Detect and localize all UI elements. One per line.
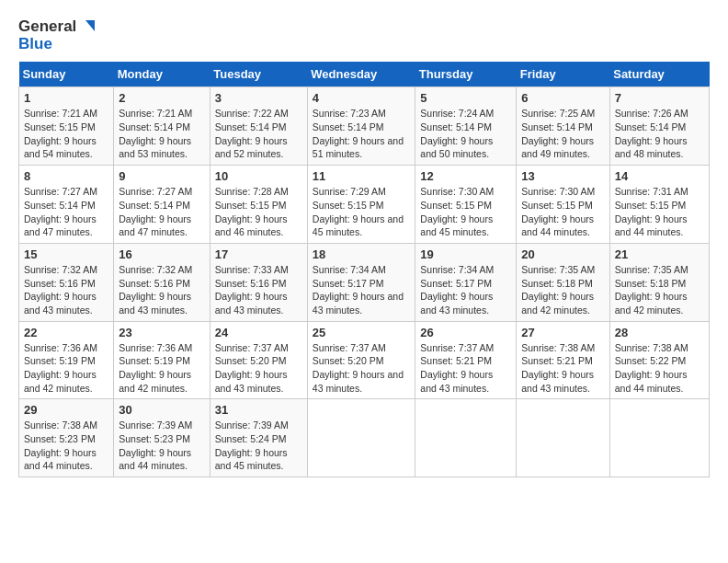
header-saturday: Saturday bbox=[609, 62, 709, 87]
day-number: 20 bbox=[521, 247, 605, 261]
day-number: 9 bbox=[119, 169, 205, 183]
day-info: Sunrise: 7:27 AMSunset: 5:14 PMDaylight:… bbox=[119, 186, 192, 237]
day-info: Sunrise: 7:26 AMSunset: 5:14 PMDaylight:… bbox=[615, 108, 688, 159]
day-cell-1: 1 Sunrise: 7:21 AMSunset: 5:15 PMDayligh… bbox=[19, 87, 114, 166]
day-info: Sunrise: 7:38 AMSunset: 5:22 PMDaylight:… bbox=[615, 342, 688, 394]
logo-general: General bbox=[18, 18, 76, 36]
day-cell-7: 7 Sunrise: 7:26 AMSunset: 5:14 PMDayligh… bbox=[609, 87, 709, 166]
day-info: Sunrise: 7:39 AMSunset: 5:23 PMDaylight:… bbox=[119, 419, 192, 471]
day-info: Sunrise: 7:32 AMSunset: 5:16 PMDaylight:… bbox=[119, 264, 192, 316]
day-cell-27: 27 Sunrise: 7:38 AMSunset: 5:21 PMDaylig… bbox=[517, 321, 610, 399]
day-cell-14: 14 Sunrise: 7:31 AMSunset: 5:15 PMDaylig… bbox=[609, 166, 709, 244]
day-number: 19 bbox=[420, 247, 511, 261]
day-cell-31: 31 Sunrise: 7:39 AMSunset: 5:24 PMDaylig… bbox=[210, 399, 307, 477]
day-cell-21: 21 Sunrise: 7:35 AMSunset: 5:18 PMDaylig… bbox=[609, 243, 709, 321]
day-cell-15: 15 Sunrise: 7:32 AMSunset: 5:16 PMDaylig… bbox=[19, 243, 114, 321]
day-number: 18 bbox=[313, 247, 411, 261]
empty-cell bbox=[609, 399, 709, 477]
day-info: Sunrise: 7:21 AMSunset: 5:15 PMDaylight:… bbox=[24, 108, 97, 159]
day-number: 16 bbox=[119, 247, 205, 261]
day-number: 22 bbox=[24, 326, 108, 339]
day-number: 5 bbox=[420, 91, 511, 105]
day-info: Sunrise: 7:35 AMSunset: 5:18 PMDaylight:… bbox=[521, 264, 595, 316]
day-info: Sunrise: 7:25 AMSunset: 5:14 PMDaylight:… bbox=[521, 108, 595, 159]
day-number: 15 bbox=[24, 247, 108, 261]
day-number: 7 bbox=[615, 91, 704, 105]
calendar-table: SundayMondayTuesdayWednesdayThursdayFrid… bbox=[18, 62, 710, 477]
week-row-4: 22 Sunrise: 7:36 AMSunset: 5:19 PMDaylig… bbox=[19, 321, 710, 399]
day-info: Sunrise: 7:37 AMSunset: 5:20 PMDaylight:… bbox=[313, 342, 404, 394]
day-number: 3 bbox=[215, 91, 302, 105]
day-info: Sunrise: 7:30 AMSunset: 5:15 PMDaylight:… bbox=[420, 186, 494, 237]
day-cell-8: 8 Sunrise: 7:27 AMSunset: 5:14 PMDayligh… bbox=[19, 166, 114, 244]
day-number: 12 bbox=[420, 169, 511, 183]
logo-blue: Blue bbox=[18, 36, 52, 53]
day-number: 10 bbox=[215, 169, 302, 183]
day-number: 1 bbox=[24, 91, 108, 105]
logo: General Blue bbox=[18, 18, 95, 52]
day-number: 4 bbox=[313, 91, 411, 105]
day-number: 23 bbox=[119, 326, 205, 339]
header-tuesday: Tuesday bbox=[210, 62, 307, 87]
day-cell-11: 11 Sunrise: 7:29 AMSunset: 5:15 PMDaylig… bbox=[307, 166, 415, 244]
day-info: Sunrise: 7:38 AMSunset: 5:21 PMDaylight:… bbox=[521, 342, 595, 394]
header-sunday: Sunday bbox=[19, 62, 114, 87]
header-friday: Friday bbox=[517, 62, 610, 87]
day-info: Sunrise: 7:36 AMSunset: 5:19 PMDaylight:… bbox=[24, 342, 97, 394]
day-cell-28: 28 Sunrise: 7:38 AMSunset: 5:22 PMDaylig… bbox=[609, 321, 709, 399]
day-cell-5: 5 Sunrise: 7:24 AMSunset: 5:14 PMDayligh… bbox=[415, 87, 517, 166]
day-number: 6 bbox=[521, 91, 605, 105]
day-info: Sunrise: 7:33 AMSunset: 5:16 PMDaylight:… bbox=[215, 264, 289, 316]
day-info: Sunrise: 7:38 AMSunset: 5:23 PMDaylight:… bbox=[24, 419, 97, 471]
day-cell-26: 26 Sunrise: 7:37 AMSunset: 5:21 PMDaylig… bbox=[415, 321, 517, 399]
day-cell-2: 2 Sunrise: 7:21 AMSunset: 5:14 PMDayligh… bbox=[114, 87, 210, 166]
day-number: 25 bbox=[313, 326, 411, 339]
header: General Blue bbox=[18, 18, 710, 52]
day-cell-19: 19 Sunrise: 7:34 AMSunset: 5:17 PMDaylig… bbox=[415, 243, 517, 321]
day-number: 28 bbox=[615, 326, 704, 339]
week-row-2: 8 Sunrise: 7:27 AMSunset: 5:14 PMDayligh… bbox=[19, 166, 710, 244]
day-cell-23: 23 Sunrise: 7:36 AMSunset: 5:19 PMDaylig… bbox=[114, 321, 210, 399]
day-info: Sunrise: 7:27 AMSunset: 5:14 PMDaylight:… bbox=[24, 186, 97, 237]
day-info: Sunrise: 7:39 AMSunset: 5:24 PMDaylight:… bbox=[215, 419, 289, 471]
day-info: Sunrise: 7:22 AMSunset: 5:14 PMDaylight:… bbox=[215, 108, 289, 159]
day-info: Sunrise: 7:28 AMSunset: 5:15 PMDaylight:… bbox=[215, 186, 289, 237]
day-cell-13: 13 Sunrise: 7:30 AMSunset: 5:15 PMDaylig… bbox=[517, 166, 610, 244]
day-number: 24 bbox=[215, 326, 302, 339]
day-info: Sunrise: 7:30 AMSunset: 5:15 PMDaylight:… bbox=[521, 186, 595, 237]
day-cell-16: 16 Sunrise: 7:32 AMSunset: 5:16 PMDaylig… bbox=[114, 243, 210, 321]
day-number: 13 bbox=[521, 169, 605, 183]
day-info: Sunrise: 7:35 AMSunset: 5:18 PMDaylight:… bbox=[615, 264, 688, 316]
day-number: 21 bbox=[615, 247, 704, 261]
day-info: Sunrise: 7:37 AMSunset: 5:21 PMDaylight:… bbox=[420, 342, 494, 394]
day-number: 27 bbox=[521, 326, 605, 339]
week-row-3: 15 Sunrise: 7:32 AMSunset: 5:16 PMDaylig… bbox=[19, 243, 710, 321]
day-number: 26 bbox=[420, 326, 511, 339]
day-info: Sunrise: 7:31 AMSunset: 5:15 PMDaylight:… bbox=[615, 186, 688, 237]
day-info: Sunrise: 7:21 AMSunset: 5:14 PMDaylight:… bbox=[119, 108, 192, 159]
day-cell-12: 12 Sunrise: 7:30 AMSunset: 5:15 PMDaylig… bbox=[415, 166, 517, 244]
day-number: 8 bbox=[24, 169, 108, 183]
svg-marker-0 bbox=[85, 20, 95, 31]
day-info: Sunrise: 7:23 AMSunset: 5:14 PMDaylight:… bbox=[313, 108, 404, 159]
calendar-header-row: SundayMondayTuesdayWednesdayThursdayFrid… bbox=[19, 62, 710, 87]
day-cell-29: 29 Sunrise: 7:38 AMSunset: 5:23 PMDaylig… bbox=[19, 399, 114, 477]
day-cell-17: 17 Sunrise: 7:33 AMSunset: 5:16 PMDaylig… bbox=[210, 243, 307, 321]
day-cell-10: 10 Sunrise: 7:28 AMSunset: 5:15 PMDaylig… bbox=[210, 166, 307, 244]
day-number: 29 bbox=[24, 403, 108, 417]
day-cell-9: 9 Sunrise: 7:27 AMSunset: 5:14 PMDayligh… bbox=[114, 166, 210, 244]
day-info: Sunrise: 7:34 AMSunset: 5:17 PMDaylight:… bbox=[313, 264, 404, 316]
day-cell-6: 6 Sunrise: 7:25 AMSunset: 5:14 PMDayligh… bbox=[517, 87, 610, 166]
empty-cell bbox=[415, 399, 517, 477]
day-cell-18: 18 Sunrise: 7:34 AMSunset: 5:17 PMDaylig… bbox=[307, 243, 415, 321]
day-number: 17 bbox=[215, 247, 302, 261]
day-cell-22: 22 Sunrise: 7:36 AMSunset: 5:19 PMDaylig… bbox=[19, 321, 114, 399]
week-row-5: 29 Sunrise: 7:38 AMSunset: 5:23 PMDaylig… bbox=[19, 399, 710, 477]
day-number: 30 bbox=[119, 403, 205, 417]
day-cell-4: 4 Sunrise: 7:23 AMSunset: 5:14 PMDayligh… bbox=[307, 87, 415, 166]
day-cell-3: 3 Sunrise: 7:22 AMSunset: 5:14 PMDayligh… bbox=[210, 87, 307, 166]
day-info: Sunrise: 7:24 AMSunset: 5:14 PMDaylight:… bbox=[420, 108, 494, 159]
day-cell-20: 20 Sunrise: 7:35 AMSunset: 5:18 PMDaylig… bbox=[517, 243, 610, 321]
day-number: 14 bbox=[615, 169, 704, 183]
day-cell-30: 30 Sunrise: 7:39 AMSunset: 5:23 PMDaylig… bbox=[114, 399, 210, 477]
